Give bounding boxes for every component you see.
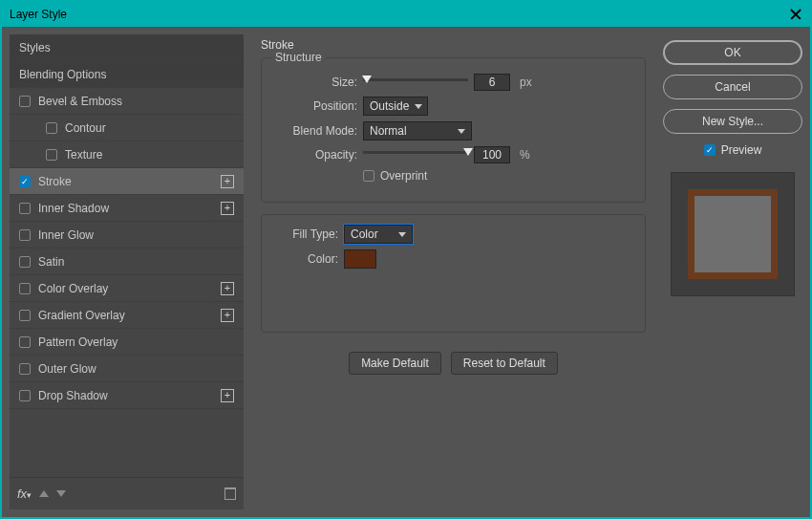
size-unit: px [520, 76, 532, 89]
sidebar-item-bevel-emboss[interactable]: Bevel & Emboss [10, 88, 244, 115]
color-swatch[interactable] [344, 249, 376, 269]
checkbox-icon[interactable] [19, 336, 31, 348]
move-down-icon[interactable] [56, 490, 66, 497]
opacity-slider[interactable] [363, 148, 468, 162]
sidebar-label: Gradient Overlay [38, 309, 125, 322]
sidebar-item-color-overlay[interactable]: Color Overlay + [10, 275, 244, 302]
filltype-dropdown[interactable]: Color [344, 225, 413, 244]
checkbox-icon[interactable] [19, 390, 31, 401]
fx-icon[interactable]: fx▾ [17, 487, 32, 501]
checkbox-icon[interactable] [19, 256, 31, 268]
size-input[interactable]: 6 [474, 74, 510, 91]
group-label: Structure [271, 51, 326, 64]
structure-group: Structure Size: 6 px Position: Outside [261, 57, 646, 203]
add-effect-icon[interactable]: + [221, 309, 234, 322]
sidebar-label: Blending Options [19, 68, 106, 81]
checkbox-icon[interactable] [19, 203, 31, 214]
new-style-button[interactable]: New Style... [663, 109, 802, 134]
sidebar-item-texture[interactable]: Texture [10, 141, 244, 168]
checkbox-icon[interactable] [46, 122, 57, 134]
sidebar-item-satin[interactable]: Satin [10, 249, 244, 275]
sidebar-item-gradient-overlay[interactable]: Gradient Overlay + [10, 302, 244, 329]
checkbox-icon[interactable]: ✓ [19, 176, 31, 187]
size-slider[interactable] [363, 76, 468, 89]
sidebar-footer: fx▾ [10, 477, 244, 509]
position-label: Position: [275, 99, 357, 113]
preview-thumbnail [671, 172, 795, 296]
sidebar-item-outer-glow[interactable]: Outer Glow [10, 356, 244, 382]
filltype-label: Fill Type: [275, 227, 338, 241]
style-sidebar: Styles Blending Options Bevel & Emboss C… [10, 34, 244, 509]
move-up-icon[interactable] [39, 490, 49, 497]
opacity-label: Opacity: [275, 148, 357, 162]
dropdown-value: Outside [370, 99, 409, 113]
preview-label: Preview [721, 143, 762, 157]
dropdown-value: Normal [370, 124, 407, 138]
add-effect-icon[interactable]: + [221, 202, 234, 215]
sidebar-item-drop-shadow[interactable]: Drop Shadow + [10, 382, 244, 409]
sidebar-item-inner-glow[interactable]: Inner Glow [10, 222, 244, 249]
sidebar-item-inner-shadow[interactable]: Inner Shadow + [10, 195, 244, 222]
sidebar-label: Pattern Overlay [38, 335, 118, 349]
sidebar-label: Inner Glow [38, 228, 94, 242]
checkbox-icon[interactable] [46, 149, 57, 161]
sidebar-item-stroke[interactable]: ✓Stroke + [10, 168, 244, 195]
sidebar-label: Bevel & Emboss [38, 95, 122, 108]
sidebar-label: Styles [19, 41, 51, 54]
overprint-label: Overprint [380, 169, 427, 183]
add-effect-icon[interactable]: + [221, 282, 234, 295]
color-label: Color: [275, 252, 338, 266]
checkbox-icon[interactable] [19, 229, 31, 241]
slider-thumb-icon[interactable] [362, 76, 372, 83]
sidebar-item-blending-options[interactable]: Blending Options [10, 61, 244, 88]
slider-thumb-icon[interactable] [463, 148, 473, 156]
sidebar-label: Color Overlay [38, 282, 108, 295]
sidebar-item-contour[interactable]: Contour [10, 115, 244, 141]
window-title: Layer Style [10, 8, 67, 21]
chevron-down-icon [458, 129, 465, 134]
preview-checkbox[interactable]: ✓ [704, 144, 716, 156]
sidebar-label: Stroke [38, 175, 72, 188]
sidebar-label: Inner Shadow [38, 202, 109, 215]
checkbox-icon[interactable] [19, 363, 31, 375]
checkbox-icon[interactable] [19, 310, 31, 321]
titlebar[interactable]: Layer Style [2, 2, 810, 27]
sidebar-label: Outer Glow [38, 362, 96, 376]
add-effect-icon[interactable]: + [221, 389, 234, 402]
dialog-actions: OK Cancel New Style... ✓ Preview [663, 34, 802, 509]
overprint-checkbox[interactable] [363, 170, 374, 182]
checkbox-icon[interactable] [19, 96, 31, 107]
add-effect-icon[interactable]: + [221, 175, 234, 188]
sidebar-label: Contour [65, 121, 106, 135]
dropdown-value: Color [351, 227, 378, 241]
ok-button[interactable]: OK [663, 40, 802, 65]
checkbox-icon[interactable] [19, 283, 31, 294]
trash-icon[interactable] [224, 487, 236, 500]
chevron-down-icon [398, 232, 406, 237]
sidebar-item-pattern-overlay[interactable]: Pattern Overlay [10, 329, 244, 356]
sidebar-label: Satin [38, 255, 64, 269]
opacity-unit: % [520, 148, 530, 162]
blendmode-label: Blend Mode: [275, 124, 357, 138]
cancel-button[interactable]: Cancel [663, 75, 802, 99]
sidebar-label: Drop Shadow [38, 389, 108, 402]
position-dropdown[interactable]: Outside [363, 97, 428, 116]
make-default-button[interactable]: Make Default [349, 352, 441, 375]
sidebar-label: Texture [65, 148, 102, 162]
layer-style-dialog: Layer Style Styles Blending Options Beve… [0, 0, 812, 519]
blendmode-dropdown[interactable]: Normal [363, 121, 472, 141]
close-icon[interactable] [789, 8, 802, 21]
sidebar-item-styles[interactable]: Styles [10, 34, 244, 61]
fill-group: Fill Type: Color Color: [261, 214, 646, 333]
chevron-down-icon [415, 104, 422, 109]
stroke-settings-panel: Stroke Structure Size: 6 px Position: Ou… [251, 34, 655, 509]
opacity-input[interactable]: 100 [474, 146, 510, 163]
reset-default-button[interactable]: Reset to Default [451, 352, 558, 375]
size-label: Size: [275, 76, 357, 89]
